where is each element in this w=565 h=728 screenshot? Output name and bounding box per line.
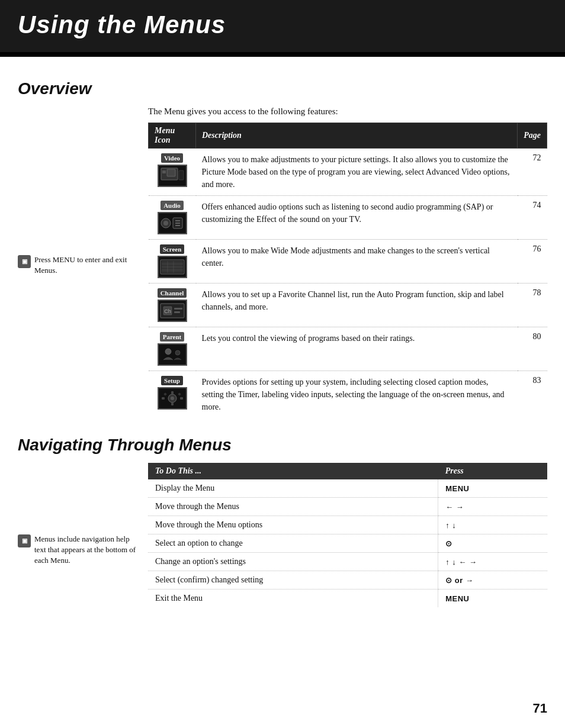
menu-page-audio: 74	[518, 196, 547, 240]
menu-label-screen: Screen	[160, 244, 185, 254]
nav-press-0: MENU	[438, 479, 547, 498]
nav-action-1: Move through the Menus	[148, 498, 438, 516]
nav-press-1: ← →	[438, 498, 547, 516]
nav-press-4: ↑ ↓ ← →	[438, 553, 547, 571]
svg-text:Ch: Ch	[164, 308, 171, 314]
overview-sidebar: ▣ Press MENU to enter and exit Menus.	[18, 107, 136, 418]
svg-rect-32	[171, 391, 174, 394]
nav-action-6: Exit the Menu	[148, 590, 438, 608]
nav-action-5: Select (confirm) changed setting	[148, 571, 438, 590]
nav-table-row: Change an option's settings↑ ↓ ← →	[148, 553, 547, 571]
menu-table-row: AudioOffers enhanced audio options such …	[149, 196, 547, 240]
menu-icon-cell: Screen	[149, 240, 196, 284]
svg-point-27	[165, 349, 171, 355]
svg-point-28	[175, 350, 180, 355]
menu-desc-parent: Lets you control the viewing of programs…	[196, 327, 518, 371]
menu-label-video: Video	[161, 153, 183, 163]
menu-icon-img-channel: Ch	[158, 299, 187, 322]
overview-section-title: Overview	[18, 79, 547, 98]
nav-table-row: Move through the Menus← →	[148, 498, 547, 516]
overview-layout: ▣ Press MENU to enter and exit Menus. Th…	[18, 107, 547, 418]
overview-sidebar-text: Press MENU to enter and exit Menus.	[34, 255, 136, 276]
nav-layout: ▣ Menus include navigation help text tha…	[18, 463, 547, 607]
svg-rect-24	[174, 308, 182, 310]
nav-action-2: Move through the Menu options	[148, 516, 438, 534]
menu-table-row: ChannelChAllows you to set up a Favorite…	[149, 284, 547, 327]
svg-rect-4	[179, 170, 184, 180]
menu-icon-img-screen	[158, 256, 187, 278]
menu-table-row: VideoAllows you to make adjustments to y…	[149, 149, 547, 196]
nav-section-title: Navigating Through Menus	[18, 436, 547, 455]
menu-desc-screen: Allows you to make Wide Mode adjustments…	[196, 240, 518, 284]
menu-desc-setup: Provides options for setting up your sys…	[196, 371, 518, 418]
menu-label-channel: Channel	[158, 288, 187, 298]
menu-label-setup: Setup	[161, 376, 183, 385]
menu-page-setup: 83	[518, 371, 547, 418]
menu-icon-cell: Parent	[149, 327, 196, 371]
nav-sidebar-text: Menus include navigation help text that …	[34, 534, 136, 566]
col-description: Description	[196, 123, 518, 149]
overview-intro: The Menu gives you access to the followi…	[148, 107, 547, 117]
page-number: 71	[533, 701, 547, 716]
menu-icon-cell: Video	[149, 149, 196, 196]
svg-rect-34	[162, 397, 165, 400]
nav-table: To Do This ... Press Display the MenuMEN…	[148, 463, 547, 607]
svg-rect-35	[180, 397, 183, 400]
menu-desc-audio: Offers enhanced audio options such as li…	[196, 196, 518, 240]
menu-icon: ▣	[18, 255, 31, 268]
nav-action-0: Display the Menu	[148, 479, 438, 498]
svg-rect-25	[174, 311, 180, 313]
menu-table-row: SetupProvides options for setting up you…	[149, 371, 547, 418]
svg-rect-33	[171, 402, 174, 405]
menu-page-parent: 80	[518, 327, 547, 371]
menu-desc-video: Allows you to make adjustments to your p…	[196, 149, 518, 196]
page-content: Overview ▣ Press MENU to enter and exit …	[0, 57, 565, 625]
menu-page-channel: 78	[518, 284, 547, 327]
overview-right: The Menu gives you access to the followi…	[148, 107, 547, 418]
nav-right: To Do This ... Press Display the MenuMEN…	[148, 463, 547, 607]
menu-icon-cell: Audio	[149, 196, 196, 240]
overview-sidebar-note: ▣ Press MENU to enter and exit Menus.	[18, 255, 136, 276]
svg-point-31	[171, 397, 174, 400]
menu-table-row: ParentLets you control the viewing of pr…	[149, 327, 547, 371]
menu-page-video: 72	[518, 149, 547, 196]
nav-table-row: Select (confirm) changed setting⊙ or →	[148, 571, 547, 590]
svg-point-7	[163, 221, 168, 226]
menu-table: Menu Icon Description Page VideoAllows y…	[148, 123, 547, 418]
nav-sidebar-note: ▣ Menus include navigation help text tha…	[18, 534, 136, 566]
nav-action-4: Change an option's settings	[148, 553, 438, 571]
header-stripe	[0, 52, 565, 57]
svg-rect-3	[167, 169, 175, 176]
col-menu-icon: Menu Icon	[149, 123, 196, 149]
menu-label-parent: Parent	[160, 332, 185, 342]
nav-press-6: MENU	[438, 590, 547, 608]
menu-page-screen: 76	[518, 240, 547, 284]
menu-desc-channel: Allows you to set up a Favorite Channel …	[196, 284, 518, 327]
menu-label-audio: Audio	[160, 201, 184, 210]
svg-rect-2	[162, 170, 166, 173]
nav-table-row: Move through the Menu options↑ ↓	[148, 516, 547, 534]
menu-icon-img-audio	[158, 212, 187, 234]
menu-icon-img-parent	[158, 343, 187, 366]
menu-icon-cell: ChannelCh	[149, 284, 196, 327]
nav-table-row: Exit the MenuMENU	[148, 590, 547, 608]
col-page: Page	[518, 123, 547, 149]
nav-table-row: Select an option to change⊙	[148, 534, 547, 553]
nav-col-action: To Do This ...	[148, 463, 438, 479]
menu-icon-img-setup	[158, 387, 187, 410]
nav-col-press: Press	[438, 463, 547, 479]
header-banner: Using the Menus	[0, 0, 565, 52]
nav-press-3: ⊙	[438, 534, 547, 553]
menu-icon-cell: Setup	[149, 371, 196, 418]
nav-sidebar: ▣ Menus include navigation help text tha…	[18, 463, 136, 607]
nav-action-3: Select an option to change	[148, 534, 438, 553]
nav-press-5: ⊙ or →	[438, 571, 547, 590]
menu-table-row: ScreenAllows you to make Wide Mode adjus…	[149, 240, 547, 284]
svg-rect-26	[159, 344, 186, 365]
menu-icon-img-video	[158, 165, 187, 187]
page-title: Using the Menus	[18, 11, 547, 39]
nav-table-row: Display the MenuMENU	[148, 479, 547, 498]
nav-press-2: ↑ ↓	[438, 516, 547, 534]
nav-menu-icon: ▣	[18, 534, 31, 547]
nav-section: Navigating Through Menus ▣ Menus include…	[18, 436, 547, 607]
